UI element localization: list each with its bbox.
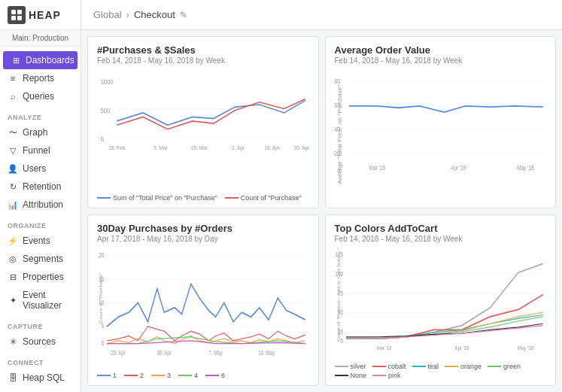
sidebar-item-queries[interactable]: ⌕ Queries [0, 87, 81, 105]
svg-text:5. Mar: 5. Mar [153, 145, 168, 152]
legend-line [445, 366, 458, 367]
legend-item: 1 [97, 372, 117, 379]
sidebar-item-sources[interactable]: ✳ Sources [0, 333, 81, 351]
search-icon: ⌕ [8, 91, 18, 102]
svg-text:16. Apr: 16. Apr [264, 145, 280, 152]
breadcrumb-parent[interactable]: Global [93, 9, 122, 20]
legend-label: teal [428, 363, 439, 370]
sidebar-item-label: Retention [23, 181, 61, 192]
svg-text:May '18: May '18 [516, 164, 533, 172]
chart2-subtitle: Feb 14, 2018 - May 16, 2018 by Week [335, 56, 547, 65]
events-icon: ⚡ [8, 236, 18, 246]
legend-line [225, 197, 238, 199]
main-nav-section: ⊞ Dashboards ≡ Reports ⌕ Queries [0, 47, 81, 107]
svg-text:May '18: May '18 [517, 345, 533, 351]
legend-line [412, 366, 426, 367]
svg-text:Mar '18: Mar '18 [369, 164, 385, 172]
legend-line [488, 366, 501, 367]
sidebar-item-attribution[interactable]: 📊 Attribution [0, 196, 81, 214]
sidebar-item-users[interactable]: 👤 Users [0, 160, 81, 178]
sidebar-item-event-visualizer[interactable]: ✦ Event Visualizer [0, 286, 81, 315]
legend-label: silver [351, 363, 366, 370]
chart4-subtitle: Feb 14, 2018 - May 16, 2018 by Week [335, 235, 547, 243]
sidebar-item-events[interactable]: ⚡ Events [0, 232, 81, 250]
legend-item: silver [335, 363, 366, 370]
capture-label: Capture [0, 321, 81, 333]
sidebar-item-properties[interactable]: ⊟ Properties [0, 268, 81, 286]
legend-line [372, 366, 386, 367]
sidebar-item-label: Funnel [23, 145, 50, 156]
legend-label: pink [388, 372, 401, 379]
sidebar-item-funnel[interactable]: ▽ Funnel [0, 141, 81, 160]
svg-text:20: 20 [99, 251, 104, 259]
attribution-icon: 📊 [8, 199, 18, 210]
dashboard-grid: #Purchases & $Sales Feb 14, 2018 - May 1… [81, 30, 562, 392]
capture-section: Capture ✳ Sources [0, 316, 81, 352]
sidebar-item-segments[interactable]: ◎ Segments [0, 250, 81, 268]
sidebar-item-reports[interactable]: ≡ Reports [0, 69, 81, 87]
chart4-legend: silver cobalt teal orange green [335, 363, 547, 379]
sidebar-item-label: Events [23, 236, 50, 246]
svg-rect-1 [17, 10, 22, 14]
breadcrumb-current: Checkout [134, 9, 175, 20]
sidebar-item-label: Dashboards [26, 55, 74, 65]
breadcrumb: Global › Checkout ✎ [93, 9, 187, 20]
svg-text:500: 500 [101, 107, 111, 114]
chart4-title: Top Colors AddToCart [335, 223, 547, 234]
sidebar-item-label: Attribution [23, 199, 63, 210]
legend-line [335, 375, 348, 376]
legend-item: orange [445, 363, 481, 370]
legend-label: Sum of "Total Price" on "Purchase" [113, 194, 217, 202]
sidebar-item-retention[interactable]: ↻ Retention [0, 178, 81, 196]
sidebar-item-graph[interactable]: 〜 Graph [0, 123, 81, 141]
chart1-legend: Sum of "Total Price" on "Purchase" Count… [97, 194, 309, 202]
legend-label: 6 [221, 372, 225, 379]
sidebar-item-label: Reports [23, 73, 54, 84]
connect-label: Connect [0, 357, 81, 369]
logo-area: HEAP [0, 0, 81, 30]
top-bar: Global › Checkout ✎ [81, 0, 562, 30]
edit-icon[interactable]: ✎ [180, 10, 187, 20]
svg-text:2. Apr: 2. Apr [232, 145, 245, 152]
account-section: Account ⚙ Settings ↓ Updates ◈ Internal … [0, 388, 81, 392]
legend-item: teal [412, 363, 439, 370]
sidebar-item-label: Graph [23, 127, 47, 138]
svg-text:0: 0 [102, 339, 105, 347]
chart3-legend: 1 2 3 4 6 [97, 372, 309, 379]
legend-item: None [335, 372, 367, 379]
users-icon: 👤 [8, 163, 18, 174]
svg-text:14. May: 14. May [258, 348, 275, 356]
legend-line [372, 375, 386, 376]
sidebar-item-heap-sql[interactable]: 🗄 Heap SQL [0, 369, 81, 387]
connect-section: Connect 🗄 Heap SQL [0, 352, 81, 388]
segments-icon: ◎ [8, 254, 18, 264]
organize-label: Organize [0, 220, 81, 232]
svg-text:Average "Total Price" on "Purc: Average "Total Price" on "Purchase" [337, 84, 343, 184]
legend-line [124, 375, 138, 376]
svg-text:Apr '18: Apr '18 [454, 345, 469, 351]
sidebar-item-label: Sources [23, 336, 56, 347]
legend-line [335, 366, 348, 367]
legend-item: Count of "Purchase" [225, 194, 302, 202]
legend-line [178, 375, 192, 376]
analyze-section: Analyze 〜 Graph ▽ Funnel 👤 Users ↻ Reten… [0, 107, 81, 215]
svg-text:19. Mar: 19. Mar [191, 145, 208, 152]
retention-icon: ↻ [8, 181, 18, 192]
chart-30day-purchases: 30Day Purchases by #Orders Apr 17, 2018 … [87, 214, 319, 387]
properties-icon: ⊟ [8, 272, 18, 282]
chart1-subtitle: Feb 14, 2018 - May 16, 2018 by Week [97, 56, 309, 65]
legend-line [151, 375, 165, 376]
analyze-label: Analyze [0, 111, 81, 123]
legend-item: 6 [205, 372, 225, 379]
visualizer-icon: ✦ [8, 295, 18, 305]
svg-text:30. Apr: 30. Apr [294, 145, 309, 152]
sidebar: HEAP Main: Production ⊞ Dashboards ≡ Rep… [0, 0, 81, 392]
sidebar-item-dashboards[interactable]: ⊞ Dashboards [3, 51, 77, 69]
chart-top-colors: Top Colors AddToCart Feb 14, 2018 - May … [325, 214, 557, 387]
chart4-area: 125 100 75 50 25 0 Count of "Product - A… [335, 246, 547, 361]
legend-line [97, 197, 111, 199]
legend-item: cobalt [372, 363, 406, 370]
chart2-area: 80 60 40 20 0 Average "Total Price" on "… [335, 68, 547, 202]
legend-label: green [503, 363, 521, 370]
svg-rect-2 [11, 16, 16, 20]
